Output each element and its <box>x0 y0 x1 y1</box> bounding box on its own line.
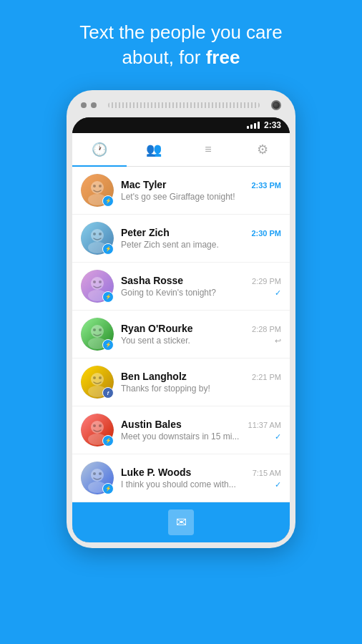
clock-icon: 🕐 <box>92 142 107 157</box>
conv-name: Sasha Rosse <box>121 275 183 286</box>
conv-status: ✓ <box>275 480 281 489</box>
svg-point-34 <box>99 472 102 475</box>
conv-preview: Peter Zich sent an image. <box>121 240 219 250</box>
conversation-item[interactable]: ⚡ Austin Bales 11:37 AM Meet you downsta… <box>72 406 290 454</box>
conv-content: Ryan O'Rourke 2:28 PM You sent a sticker… <box>121 323 281 346</box>
conv-row1: Luke P. Woods 7:15 AM <box>121 467 281 478</box>
conversation-item[interactable]: ⚡ Peter Zich 2:30 PM Peter Zich sent an … <box>72 215 290 263</box>
conv-row2: Thanks for stopping by! <box>121 384 281 394</box>
conv-row1: Ryan O'Rourke 2:28 PM <box>121 323 281 334</box>
conv-content: Mac Tyler 2:33 PM Let's go see Giraffage… <box>121 179 281 202</box>
compose-icon: ✉ <box>176 514 187 530</box>
list-icon: ≡ <box>205 143 211 156</box>
svg-point-33 <box>93 472 96 475</box>
conv-row1: Peter Zich 2:30 PM <box>121 227 281 238</box>
avatar-wrap: ⚡ <box>81 462 114 494</box>
conv-time: 2:21 PM <box>252 373 281 381</box>
conv-content: Austin Bales 11:37 AM Meet you downstair… <box>121 419 281 441</box>
avatar-wrap: ⚡ <box>81 174 114 207</box>
status-time: 2:33 <box>264 120 281 130</box>
conv-row2: Peter Zich sent an image. <box>121 240 281 250</box>
nav-tabs: 🕐 👥 ≡ ⚙ <box>72 133 290 167</box>
badge-icon: ⚡ <box>102 483 114 494</box>
conv-time: 2:28 PM <box>252 325 281 333</box>
conv-row2: Meet you downstairs in 15 mi... ✓ <box>121 431 281 441</box>
conv-row2: Going to Kevin's tonight? ✓ <box>121 288 281 298</box>
svg-point-8 <box>93 233 96 235</box>
conversation-item[interactable]: ⚡ Sasha Rosse 2:29 PM Going to Kevin's t… <box>72 263 290 311</box>
svg-point-9 <box>99 233 102 235</box>
tab-settings[interactable]: ⚙ <box>235 133 290 166</box>
conv-name: Ryan O'Rourke <box>121 323 193 334</box>
conv-preview: You sent a sticker. <box>121 336 190 346</box>
conv-preview: Meet you downstairs in 15 mi... <box>121 431 239 441</box>
svg-point-24 <box>99 376 102 379</box>
camera-dot-1 <box>81 102 87 108</box>
badge-icon: ⚡ <box>102 339 114 351</box>
conv-row1: Mac Tyler 2:33 PM <box>121 179 281 190</box>
avatar-wrap: ⚡ <box>81 414 114 447</box>
status-bar: 2:33 <box>72 117 290 133</box>
phone-cameras <box>81 102 97 108</box>
camera-lens <box>271 100 281 110</box>
conversation-item[interactable]: ⚡ Mac Tyler 2:33 PM Let's go see Giraffa… <box>72 167 290 215</box>
svg-point-4 <box>99 185 102 187</box>
conv-status: ✓ <box>275 432 281 441</box>
conv-time: 2:29 PM <box>252 277 281 286</box>
conversation-item[interactable]: ⚡ Ryan O'Rourke 2:28 PM You sent a stick… <box>72 311 290 358</box>
conv-time: 7:15 AM <box>253 469 281 477</box>
avatar-wrap: ⚡ <box>81 222 114 255</box>
avatar-wrap: ⚡ <box>81 270 114 303</box>
tab-groups[interactable]: 👥 <box>127 133 181 166</box>
camera-dot-2 <box>91 102 97 108</box>
bar-1 <box>247 126 249 129</box>
conv-content: Luke P. Woods 7:15 AM I think you should… <box>121 467 281 489</box>
conv-name: Peter Zich <box>121 227 170 238</box>
conversation-item[interactable]: f Ben Langholz 2:21 PM Thanks for stoppi… <box>72 358 290 406</box>
svg-point-13 <box>93 280 96 283</box>
svg-point-19 <box>99 328 102 331</box>
badge-icon: ⚡ <box>102 243 114 255</box>
conv-name: Mac Tyler <box>121 179 167 190</box>
conversation-item[interactable]: ⚡ Luke P. Woods 7:15 AM I think you shou… <box>72 454 290 502</box>
conv-row2: Let's go see Giraffage tonight! <box>121 192 281 202</box>
conv-time: 2:33 PM <box>251 181 281 190</box>
headline-line1: Text the people you care <box>79 20 282 45</box>
conv-row1: Sasha Rosse 2:29 PM <box>121 275 281 286</box>
conv-content: Peter Zich 2:30 PM Peter Zich sent an im… <box>121 227 281 250</box>
conv-row1: Austin Bales 11:37 AM <box>121 419 281 430</box>
bar-2 <box>250 125 253 129</box>
settings-icon: ⚙ <box>257 142 268 157</box>
phone-top-bar <box>72 100 290 117</box>
signal-bars <box>247 122 260 129</box>
conv-content: Sasha Rosse 2:29 PM Going to Kevin's ton… <box>121 275 281 298</box>
svg-point-23 <box>93 376 96 379</box>
conv-name: Luke P. Woods <box>121 467 191 478</box>
conv-preview: Going to Kevin's tonight? <box>121 288 216 298</box>
conversation-list: ⚡ Mac Tyler 2:33 PM Let's go see Giraffa… <box>72 167 290 502</box>
headline-bold: free <box>206 47 240 68</box>
phone-device: 2:33 🕐 👥 ≡ ⚙ <box>67 90 295 548</box>
conv-status: ↩ <box>275 336 281 346</box>
tab-list[interactable]: ≡ <box>181 133 235 166</box>
conv-name: Austin Bales <box>121 419 182 430</box>
conv-time: 11:37 AM <box>248 421 281 429</box>
conv-preview: I think you should come with... <box>121 479 236 489</box>
bar-4 <box>258 122 260 129</box>
compose-button[interactable]: ✉ <box>168 509 194 535</box>
phone-screen: 2:33 🕐 👥 ≡ ⚙ <box>72 117 290 542</box>
badge-icon: ⚡ <box>102 195 114 207</box>
messenger-app: 🕐 👥 ≡ ⚙ <box>72 133 290 542</box>
svg-point-18 <box>93 328 96 331</box>
conv-time: 2:30 PM <box>251 229 281 238</box>
conv-row2: You sent a sticker. ↩ <box>121 336 281 346</box>
phone-speaker <box>108 102 260 108</box>
svg-point-29 <box>99 424 102 427</box>
bottom-bar: ✉ <box>72 502 290 542</box>
tab-recent[interactable]: 🕐 <box>72 133 127 166</box>
avatar-wrap: f <box>81 366 114 399</box>
conv-preview: Let's go see Giraffage tonight! <box>121 192 235 202</box>
conv-name: Ben Langholz <box>121 371 187 382</box>
badge-icon: ⚡ <box>102 435 114 447</box>
conv-preview: Thanks for stopping by! <box>121 384 210 394</box>
